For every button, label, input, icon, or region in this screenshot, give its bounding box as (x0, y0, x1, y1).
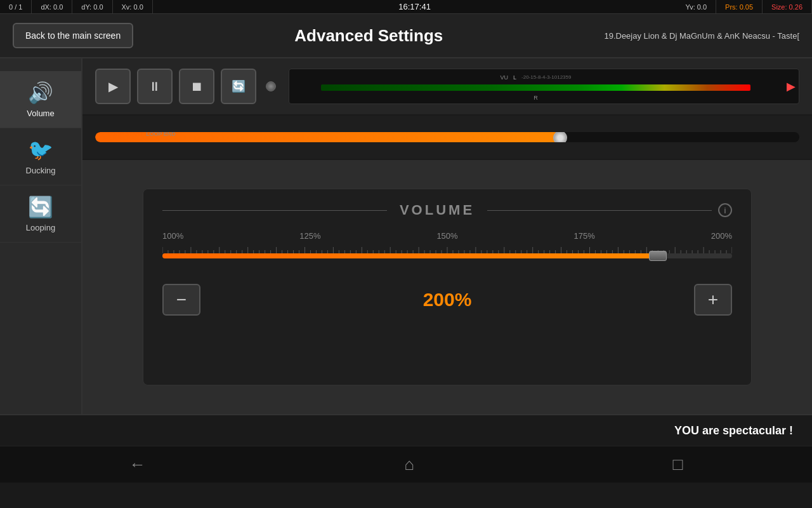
volume-line-left (162, 210, 387, 211)
vu-bar-top (321, 84, 751, 91)
yv-display: Yv: 0.0 (676, 0, 716, 13)
nav-back-button[interactable]: ← (110, 450, 165, 479)
pause-icon: ⏸ (148, 79, 161, 94)
content-area: ▶ ⏸ ⏹ 🔄 VU L -20 (82, 58, 812, 414)
prs-display: Prs: 0.05 (716, 0, 763, 13)
sidebar-ducking-label: Ducking (26, 166, 56, 175)
vu-meter-display: VU L -20 -15 -8 -4 -3 -1 0 1 2 3 (292, 72, 780, 104)
progress-bar-container[interactable]: LOOP START LOOP END (95, 132, 799, 142)
small-knob[interactable] (266, 81, 276, 91)
sidebar-volume-label: Volume (27, 109, 54, 118)
sidebar-item-volume[interactable]: 🔊 Volume (0, 71, 81, 128)
volume-decrease-button[interactable]: − (162, 284, 200, 316)
play-button[interactable]: ▶ (95, 69, 131, 104)
volume-value-display: 200% (423, 289, 472, 311)
nav-home-button[interactable]: ⌂ (385, 450, 433, 479)
position-display: 0 / 1 (0, 0, 32, 13)
volume-icon: 🔊 (28, 81, 53, 105)
sidebar-looping-label: Looping (26, 223, 55, 232)
volume-slider-fill (162, 253, 658, 258)
progress-thumb[interactable] (553, 132, 567, 142)
size-display: Size: 0.26 (763, 0, 812, 13)
stop-icon: ⏹ (190, 79, 203, 94)
knob-area (266, 81, 276, 91)
nav-home-icon: ⌂ (404, 455, 414, 474)
sidebar: 🔊 Volume 🐦 Ducking 🔄 Looping (0, 58, 82, 414)
duck-icon: 🐦 (28, 138, 53, 162)
pause-button[interactable]: ⏸ (137, 69, 173, 104)
footer-message: YOU are spectacular ! (19, 424, 793, 438)
status-bar: 0 / 1 dX: 0.0 dY: 0.0 Xv: 0.0 16:17:41 Y… (0, 0, 812, 14)
vu-arrow-icon: ▶ (787, 79, 796, 93)
volume-panel: VOLUME i 100% 125% 150% 175% 200% (82, 160, 812, 414)
loop-markers: LOOP START LOOP END (108, 131, 176, 137)
nav-recents-icon: □ (673, 455, 683, 474)
volume-title-row: VOLUME i (162, 202, 732, 218)
nav-back-icon: ← (129, 455, 146, 474)
main-area: 🔊 Volume 🐦 Ducking 🔄 Looping ▶ ⏸ ⏹ 🔄 (0, 58, 812, 414)
volume-info-button[interactable]: i (718, 203, 732, 217)
tick-marks-svg (162, 244, 732, 253)
volume-controls: − 200% + (162, 284, 732, 316)
scale-200: 200% (711, 231, 732, 241)
volume-line-right (487, 210, 712, 211)
dy-display: dY: 0.0 (72, 0, 112, 13)
volume-slider-container[interactable] (162, 244, 732, 265)
progress-track[interactable] (95, 132, 799, 142)
waveform-area: LOOP START LOOP END (82, 116, 812, 160)
scale-125: 125% (299, 231, 320, 241)
volume-title: VOLUME (387, 202, 487, 218)
stop-button[interactable]: ⏹ (179, 69, 214, 104)
header: Back to the main screen Advanced Setting… (0, 14, 812, 58)
scale-100: 100% (162, 231, 183, 241)
scale-175: 175% (574, 231, 595, 241)
dx-display: dX: 0.0 (32, 0, 72, 13)
transport-bar: ▶ ⏸ ⏹ 🔄 VU L -20 (82, 58, 812, 116)
scale-150: 150% (436, 231, 457, 241)
sidebar-item-ducking[interactable]: 🐦 Ducking (0, 128, 81, 185)
footer: YOU are spectacular ! (0, 414, 812, 446)
xv-display: Xv: 0.0 (113, 0, 153, 13)
sidebar-item-looping[interactable]: 🔄 Looping (0, 185, 81, 243)
nav-bar: ← ⌂ □ (0, 446, 812, 483)
loop-sidebar-icon: 🔄 (28, 195, 53, 219)
time-display: 16:17:41 (153, 2, 677, 11)
volume-slider-track[interactable] (162, 253, 732, 258)
loop-button[interactable]: 🔄 (221, 69, 256, 104)
back-to-main-button[interactable]: Back to the main screen (13, 23, 133, 48)
volume-scale-labels: 100% 125% 150% 175% 200% (162, 231, 732, 241)
vu-bar-bottom (332, 104, 738, 104)
volume-box: VOLUME i 100% 125% 150% 175% 200% (143, 189, 752, 385)
loop-transport-icon: 🔄 (232, 79, 246, 93)
track-info: 19.Deejay Lion & Dj MaGnUm & AnK Neacsu … (604, 31, 799, 41)
vu-meter: VU L -20 -15 -8 -4 -3 -1 0 1 2 3 (289, 69, 799, 104)
volume-slider-thumb[interactable] (649, 251, 667, 261)
volume-increase-button[interactable]: + (694, 284, 732, 316)
nav-recents-button[interactable]: □ (654, 450, 702, 479)
page-title: Advanced Settings (133, 26, 604, 46)
